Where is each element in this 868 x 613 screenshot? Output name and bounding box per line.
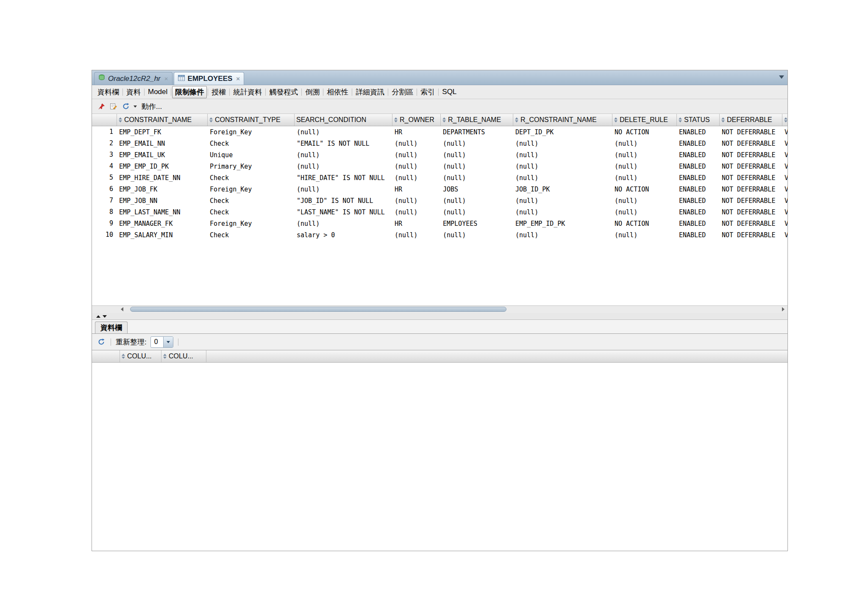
refresh-dropdown-icon[interactable] <box>134 105 137 108</box>
close-tab-icon[interactable]: × <box>164 75 168 82</box>
grid-cell[interactable]: (null) <box>392 140 441 147</box>
refresh-button[interactable] <box>121 102 131 111</box>
grid-cell[interactable]: salary > 0 <box>295 231 392 239</box>
column-header[interactable]: R_TABLE_NAME <box>441 114 513 126</box>
object-tab-3[interactable]: 限制條件 <box>172 86 207 98</box>
grid-cell[interactable]: (null) <box>392 163 441 170</box>
grid-cell[interactable]: Foreign_Key <box>208 186 295 193</box>
object-tab-2[interactable]: Model <box>145 86 170 97</box>
grid-cell[interactable]: (null) <box>612 197 677 205</box>
constraint-row[interactable]: 7EMP_JOB_NNCheck"JOB_ID" IS NOT NULL(nul… <box>92 195 787 206</box>
object-tab-1[interactable]: 資料 <box>124 86 143 98</box>
grid-cell[interactable]: EMP_EMAIL_NN <box>117 140 208 147</box>
grid-cell[interactable]: "HIRE_DATE" IS NOT NULL <box>295 174 392 182</box>
grid-cell[interactable]: ENABLED <box>677 151 720 159</box>
object-tab-11[interactable]: 索引 <box>418 86 437 98</box>
grid-cell[interactable]: (null) <box>441 208 513 216</box>
constraint-row[interactable]: 4EMP_EMP_ID_PKPrimary_Key(null)(null)(nu… <box>92 161 787 172</box>
grid-cell[interactable]: VA <box>782 197 787 205</box>
grid-cell[interactable]: (null) <box>513 197 612 205</box>
object-tab-9[interactable]: 詳細資訊 <box>353 86 387 98</box>
grid-cell[interactable]: (null) <box>612 231 677 239</box>
grid-cell[interactable]: (null) <box>513 208 612 216</box>
grid-cell[interactable]: EMP_JOB_NN <box>117 197 208 205</box>
grid-cell[interactable]: ENABLED <box>677 128 720 136</box>
grid-cell[interactable]: EMP_SALARY_MIN <box>117 231 208 239</box>
grid-cell[interactable]: EMP_EMP_ID_PK <box>117 163 208 170</box>
grid-cell[interactable]: NOT DEFERRABLE <box>720 231 782 239</box>
grid-cell[interactable]: EMP_EMP_ID_PK <box>513 220 612 227</box>
grid-cell[interactable]: (null) <box>513 163 612 170</box>
grid-cell[interactable]: (null) <box>513 151 612 159</box>
grid-cell[interactable]: Check <box>208 208 295 216</box>
collapse-down-icon[interactable] <box>103 315 107 318</box>
grid-cell[interactable]: EMP_MANAGER_FK <box>117 220 208 227</box>
grid-cell[interactable]: VA <box>782 163 787 170</box>
grid-cell[interactable]: JOB_ID_PK <box>513 186 612 193</box>
grid-cell[interactable]: Primary_Key <box>208 163 295 170</box>
object-tab-10[interactable]: 分割區 <box>389 86 416 98</box>
grid-cell[interactable]: NO ACTION <box>612 220 677 227</box>
grid-cell[interactable]: (null) <box>295 220 392 227</box>
grid-cell[interactable]: ENABLED <box>677 163 720 170</box>
grid-cell[interactable]: (null) <box>513 231 612 239</box>
grid-cell[interactable]: VA <box>782 140 787 147</box>
grid-cell[interactable]: (null) <box>612 163 677 170</box>
grid-cell[interactable]: (null) <box>612 208 677 216</box>
tab-columns-detail[interactable]: 資料欄 <box>95 322 128 333</box>
grid-cell[interactable]: ENABLED <box>677 220 720 227</box>
grid-cell[interactable]: VA <box>782 174 787 182</box>
grid-cell[interactable]: DEPARTMENTS <box>441 128 513 136</box>
grid-cell[interactable]: JOBS <box>441 186 513 193</box>
grid-cell[interactable]: NOT DEFERRABLE <box>720 140 782 147</box>
constraint-row[interactable]: 1EMP_DEPT_FKForeign_Key(null)HRDEPARTMEN… <box>92 126 787 138</box>
grid-cell[interactable]: (null) <box>392 231 441 239</box>
constraint-row[interactable]: 5EMP_HIRE_DATE_NNCheck"HIRE_DATE" IS NOT… <box>92 172 787 183</box>
grid-cell[interactable]: (null) <box>612 174 677 182</box>
grid-cell[interactable]: HR <box>392 186 441 193</box>
column-header[interactable]: DELETE_RULE <box>612 114 677 126</box>
tab-oracle12cr2-hr[interactable]: Oracle12cR2_hr × <box>94 72 172 85</box>
grid-cell[interactable]: "LAST_NAME" IS NOT NULL <box>295 208 392 216</box>
combo-dropdown-icon[interactable] <box>163 337 173 347</box>
grid-cell[interactable]: (null) <box>513 140 612 147</box>
grid-cell[interactable]: NOT DEFERRABLE <box>720 151 782 159</box>
grid-cell[interactable]: VA <box>782 186 787 193</box>
grid-cell[interactable]: Unique <box>208 151 295 159</box>
refresh-button[interactable] <box>97 337 106 347</box>
scroll-left-icon[interactable] <box>118 306 125 313</box>
constraint-row[interactable]: 8EMP_LAST_NAME_NNCheck"LAST_NAME" IS NOT… <box>92 206 787 218</box>
grid-cell[interactable]: HR <box>392 128 441 136</box>
column-header[interactable]: CONSTRAINT_TYPE <box>208 114 295 126</box>
grid-cell[interactable]: (null) <box>441 151 513 159</box>
actions-button[interactable]: 動作... <box>140 101 164 112</box>
grid-cell[interactable]: (null) <box>441 197 513 205</box>
object-tab-0[interactable]: 資料欄 <box>95 86 122 98</box>
grid-cell[interactable]: VA <box>782 231 787 239</box>
grid-cell[interactable]: (null) <box>295 186 392 193</box>
column-header[interactable]: STATUS <box>677 114 720 126</box>
grid-cell[interactable]: DEPT_ID_PK <box>513 128 612 136</box>
grid-cell[interactable]: NOT DEFERRABLE <box>720 186 782 193</box>
object-tab-12[interactable]: SQL <box>440 86 459 97</box>
grid-cell[interactable]: Foreign_Key <box>208 128 295 136</box>
grid-cell[interactable]: NOT DEFERRABLE <box>720 208 782 216</box>
grid-cell[interactable]: Check <box>208 174 295 182</box>
grid-cell[interactable]: (null) <box>612 151 677 159</box>
grid-cell[interactable]: EMP_LAST_NAME_NN <box>117 208 208 216</box>
grid-cell[interactable]: NOT DEFERRABLE <box>720 220 782 227</box>
grid-cell[interactable]: (null) <box>513 174 612 182</box>
grid-cell[interactable]: (null) <box>441 140 513 147</box>
grid-cell[interactable]: VA <box>782 208 787 216</box>
grid-cell[interactable]: (null) <box>392 208 441 216</box>
freeze-pin-button[interactable] <box>97 102 106 111</box>
close-tab-icon[interactable]: × <box>236 75 240 82</box>
grid-cell[interactable]: (null) <box>295 151 392 159</box>
refresh-count-combobox[interactable]: 0 <box>150 336 173 348</box>
grid-cell[interactable]: (null) <box>295 128 392 136</box>
grid-cell[interactable]: (null) <box>392 174 441 182</box>
object-tab-5[interactable]: 統計資料 <box>231 86 264 98</box>
grid-cell[interactable]: ENABLED <box>677 208 720 216</box>
collapse-up-icon[interactable] <box>96 315 100 318</box>
grid-cell[interactable]: (null) <box>295 163 392 170</box>
